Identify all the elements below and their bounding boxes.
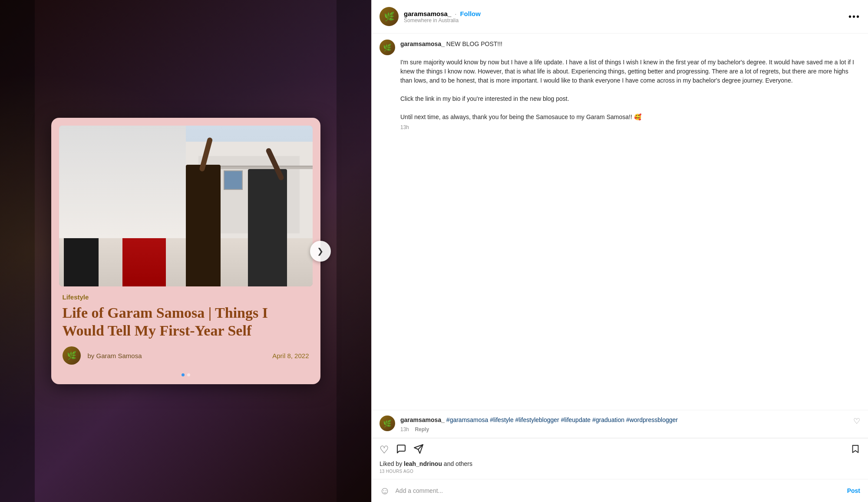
caption-closing: Until next time, as always, thank you fo… (400, 113, 641, 120)
hashtag-username[interactable]: garamsamosa_ (400, 416, 445, 423)
post-category: Lifestyle (63, 293, 309, 301)
post-meta: 🌿 by Garam Samosa April 8, 2022 (63, 346, 309, 365)
caption-new-blog-label: NEW BLOG POST!!! (445, 40, 502, 47)
caption-main-text: I'm sure majority would know by now but … (400, 59, 854, 84)
hashtag-like-icon[interactable]: ♡ (853, 416, 860, 426)
hashtag-comment-body: garamsamosa_ #garamsamosa #lifestyle #li… (400, 416, 848, 432)
post-date: April 8, 2022 (272, 352, 309, 359)
post-comment-button[interactable]: Post (847, 487, 860, 494)
post-card-content: Lifestyle Life of Garam Samosa | Things … (59, 286, 313, 369)
caption-username[interactable]: garamsamosa_ (400, 40, 445, 47)
emoji-picker-icon[interactable]: ☺ (380, 485, 390, 497)
header-separator-dot: · (455, 10, 456, 17)
hashtag-reply-button[interactable]: Reply (415, 426, 429, 432)
header-username-row: garamsamosa_ · Follow (404, 10, 481, 17)
next-slide-button[interactable]: ❯ (310, 241, 331, 262)
post-author: by Garam Samosa (88, 352, 142, 359)
hashtag-timestamp: 13h (400, 426, 409, 432)
liked-by-label: Liked by (380, 460, 404, 467)
caption-timestamp: 13h (400, 124, 860, 130)
more-options-button[interactable]: ••• (848, 12, 860, 22)
blog-post-card: Lifestyle Life of Garam Samosa | Things … (51, 118, 320, 385)
caption-avatar: 🌿 (380, 40, 395, 55)
post-title: Life of Garam Samosa | Things I Would Te… (63, 304, 309, 340)
share-button[interactable] (413, 444, 424, 457)
likes-row: Liked by leah_ndrinou and others (372, 460, 868, 469)
and-others-label: and others (442, 460, 472, 467)
slide-dot-2[interactable] (187, 373, 190, 376)
hashtags-text: #garamsamosa #lifestyle #lifestyleblogge… (446, 416, 678, 423)
post-card-image (59, 126, 313, 286)
post-header: 🌿 garamsamosa_ · Follow Somewhere in Aus… (372, 0, 868, 33)
actions-bar: ♡ (372, 438, 868, 460)
left-action-icons: ♡ (380, 444, 851, 457)
header-location: Somewhere in Australia (404, 17, 481, 23)
hashtag-meta: 13h Reply (400, 426, 848, 432)
caption-text: garamsamosa_ NEW BLOG POST!!! I'm sure m… (400, 40, 860, 122)
comment-button[interactable] (396, 444, 406, 457)
caption-body: garamsamosa_ NEW BLOG POST!!! I'm sure m… (400, 40, 860, 130)
add-comment-bar: ☺ Post (372, 479, 868, 502)
post-author-avatar: 🌿 (63, 346, 81, 365)
follow-button[interactable]: Follow (460, 10, 481, 17)
save-button[interactable] (851, 444, 860, 456)
comment-input[interactable] (396, 487, 842, 494)
liked-by-name[interactable]: leah_ndrinou (404, 460, 442, 467)
caption-bio-link: Click the link in my bio if you're inter… (400, 95, 569, 102)
caption-comment-row: 🌿 garamsamosa_ NEW BLOG POST!!! I'm sure… (380, 40, 860, 130)
hashtag-comment-text: garamsamosa_ #garamsamosa #lifestyle #li… (400, 416, 848, 425)
header-username[interactable]: garamsamosa_ (404, 10, 451, 17)
caption-area: 🌿 garamsamosa_ NEW BLOG POST!!! I'm sure… (372, 33, 868, 410)
slide-dot-1[interactable] (182, 373, 185, 376)
like-button[interactable]: ♡ (380, 444, 389, 457)
left-panel: Lifestyle Life of Garam Samosa | Things … (0, 0, 371, 502)
svg-marker-2 (853, 445, 858, 453)
graduation-photo (59, 126, 313, 286)
right-panel: 🌿 garamsamosa_ · Follow Somewhere in Aus… (371, 0, 868, 502)
header-user-info: garamsamosa_ · Follow Somewhere in Austr… (404, 10, 481, 23)
time-ago: 13 HOURS AGO (372, 469, 868, 479)
slide-dots (59, 373, 313, 376)
header-avatar: 🌿 (380, 7, 399, 26)
hashtag-comment-row: 🌿 garamsamosa_ #garamsamosa #lifestyle #… (372, 410, 868, 438)
hashtag-comment-avatar: 🌿 (380, 416, 395, 431)
